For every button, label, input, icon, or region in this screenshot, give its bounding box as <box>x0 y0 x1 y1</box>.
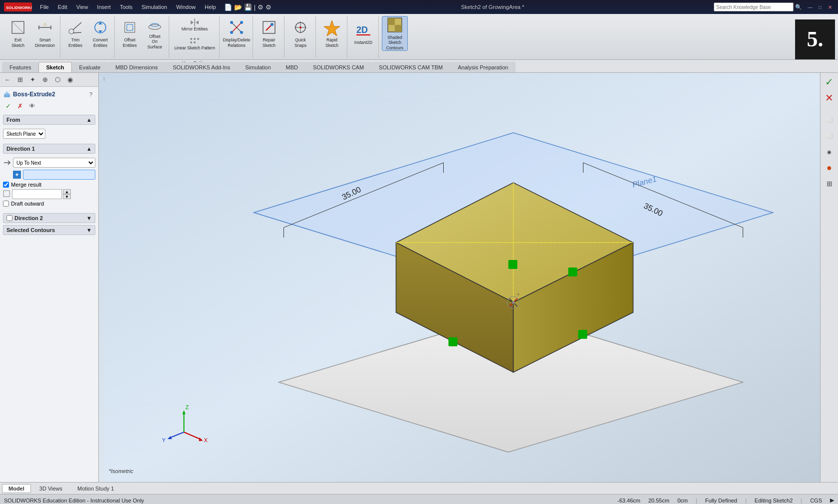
main-area: ← ⊞ ✦ ⊕ ⬡ ◉ Boss-Extrude2 ? ✓ <box>0 73 838 482</box>
repair-sketch-btn[interactable]: RepairSketch <box>256 16 282 51</box>
tab-mbd-dimensions[interactable]: MBD Dimensions <box>108 62 165 72</box>
linear-sketch-pattern-btn[interactable]: Linear Sketch Pattern <box>172 35 217 53</box>
eye-btn[interactable]: 👁 <box>27 101 37 111</box>
svg-line-3 <box>12 21 24 33</box>
vp-confirm-btn[interactable]: ✓ <box>823 75 837 89</box>
from-label: From <box>6 117 20 123</box>
menu-view[interactable]: View <box>72 3 92 11</box>
help-btn[interactable]: ? <box>86 90 95 99</box>
svg-text:◇: ◇ <box>43 22 47 26</box>
search-area: 🔍 <box>714 2 802 11</box>
tab-features[interactable]: Features <box>2 62 38 72</box>
svg-rect-39 <box>395 25 402 32</box>
viewport[interactable]: ▶ GrowingArea (Default<<... 🖱 🔍 ↺ ✥ ◼ ⬜ … <box>99 73 838 482</box>
vp-r-btn5[interactable]: ⊞ <box>823 177 837 191</box>
panel-title: Boss-Extrude2 <box>13 91 55 98</box>
panel-tool-target[interactable]: ⊕ <box>39 74 50 85</box>
vp-r-btn2[interactable]: ⬜ <box>823 129 837 143</box>
menu-insert[interactable]: Insert <box>93 3 115 11</box>
direction1-flip-icon[interactable] <box>3 159 11 167</box>
bottom-tab-motion[interactable]: Motion Study 1 <box>71 484 120 493</box>
selected-contours-section-header[interactable]: Selected Contours ▼ <box>3 225 95 235</box>
tab-evaluate[interactable]: Evaluate <box>72 62 108 72</box>
direction1-color-swatch <box>13 171 21 179</box>
bottom-tab-model[interactable]: Model <box>2 484 31 493</box>
svg-rect-12 <box>125 22 135 32</box>
merge-result-checkbox[interactable] <box>3 182 9 188</box>
save-icon[interactable]: 💾 <box>244 3 252 11</box>
rebuild-icon[interactable]: ⚙ <box>258 3 264 11</box>
open-icon[interactable]: 📂 <box>234 3 242 11</box>
confirm-btn[interactable]: ✓ <box>3 101 13 111</box>
cancel-btn[interactable]: ✗ <box>15 101 25 111</box>
spin-icon <box>3 190 11 198</box>
panel-tool-arrow[interactable]: ← <box>2 74 13 85</box>
mirror-entities-btn[interactable]: Mirror Entities <box>172 16 217 34</box>
draft-outward-checkbox[interactable] <box>3 201 9 207</box>
spin-input-row: ▲ ▼ <box>3 189 95 199</box>
tab-simulation[interactable]: Simulation <box>238 62 278 72</box>
direction1-type-select[interactable]: Up To Next <box>13 158 95 168</box>
smart-dimension-btn[interactable]: ◇ SmartDimension <box>32 16 58 51</box>
panel-tool-brush[interactable]: ⬡ <box>52 74 63 85</box>
svg-rect-67 <box>578 330 587 339</box>
tab-cam[interactable]: SOLIDWORKS CAM <box>305 62 371 72</box>
panel-tool-grid[interactable]: ⊞ <box>14 74 25 85</box>
menu-file[interactable]: File <box>36 3 53 11</box>
close-btn[interactable]: ✕ <box>826 3 834 11</box>
panel-tool-star[interactable]: ✦ <box>27 74 38 85</box>
search-icon[interactable]: 🔍 <box>795 4 802 10</box>
trim-entities-btn[interactable]: TrimEntities <box>63 16 87 51</box>
maximize-btn[interactable]: □ <box>816 3 824 11</box>
offset-entities-btn[interactable]: OffsetEntities <box>118 16 142 51</box>
spin-up-btn[interactable]: ▲ <box>63 189 71 194</box>
from-section-header[interactable]: From ▲ <box>3 115 95 125</box>
tab-mbd[interactable]: MBD <box>279 62 305 72</box>
options-icon[interactable]: ⚙ <box>266 3 272 11</box>
from-select[interactable]: Sketch Plane <box>3 129 45 139</box>
tab-addins[interactable]: SOLIDWORKS Add-Ins <box>165 62 238 72</box>
menu-simulation[interactable]: Simulation <box>138 3 171 11</box>
direction2-label: Direction 2 <box>14 215 43 221</box>
merge-result-row: true Merge result <box>3 182 95 188</box>
menu-tools[interactable]: Tools <box>116 3 137 11</box>
vp-r-btn4[interactable]: ● <box>823 161 837 175</box>
tab-bar: Features Sketch Evaluate MBD Dimensions … <box>0 60 838 73</box>
svg-point-21 <box>194 41 196 43</box>
new-icon[interactable]: 📄 <box>224 3 232 11</box>
svg-text:Y: Y <box>162 437 166 443</box>
feature-panel: Boss-Extrude2 ? ✓ ✗ 👁 From ▲ Sketch Plan… <box>0 87 98 482</box>
panel-tool-circle[interactable]: ◉ <box>64 74 75 85</box>
vp-cancel-btn[interactable]: ✕ <box>823 91 837 105</box>
search-input[interactable] <box>714 2 794 11</box>
shaded-sketch-contours-btn[interactable]: Shaded SketchContours <box>382 16 408 51</box>
direction1-section-header[interactable]: Direction 1 ▲ <box>3 144 95 154</box>
menu-help[interactable]: Help <box>201 3 220 11</box>
spin-value-input[interactable] <box>12 189 62 199</box>
svg-text:*: * <box>511 305 513 311</box>
menu-edit[interactable]: Edit <box>54 3 71 11</box>
menu-window[interactable]: Window <box>172 3 200 11</box>
tab-sketch[interactable]: Sketch <box>38 62 71 72</box>
direction1-section-content: Up To Next true Merge result <box>3 156 95 210</box>
exit-sketch-btn[interactable]: ExitSketch <box>5 16 31 51</box>
rapid-sketch-btn[interactable]: RapidSketch <box>319 16 345 51</box>
offset-on-surface-btn[interactable]: OffsetOnSurface <box>143 16 167 51</box>
direction2-section-header[interactable]: Direction 2 ▼ <box>3 213 95 223</box>
status-arrow[interactable]: ▶ <box>830 497 834 504</box>
minimize-btn[interactable]: — <box>806 3 814 11</box>
quick-snaps-btn[interactable]: QuickSnaps <box>287 16 313 51</box>
display-delete-relations-btn[interactable]: Display/DeleteRelations <box>223 16 251 51</box>
vp-r-btn1[interactable]: ⬜ <box>823 113 837 127</box>
bottom-tab-3dviews[interactable]: 3D Views <box>33 484 69 493</box>
spin-down-btn[interactable]: ▼ <box>63 194 71 199</box>
direction2-checkbox[interactable] <box>6 215 12 221</box>
convert-entities-btn[interactable]: ConvertEntities <box>88 16 112 51</box>
step-number-box: 5. <box>795 19 835 59</box>
direction1-depth-input[interactable] <box>23 170 95 180</box>
instant2d-btn[interactable]: 2D Instant2D <box>350 16 376 51</box>
rapid-sketch-icon <box>323 18 341 36</box>
tab-analysis[interactable]: Analysis Preparation <box>450 62 516 72</box>
tab-cam-tbm[interactable]: SOLIDWORKS CAM TBM <box>371 62 450 72</box>
vp-r-btn3[interactable]: ◉ <box>823 145 837 159</box>
